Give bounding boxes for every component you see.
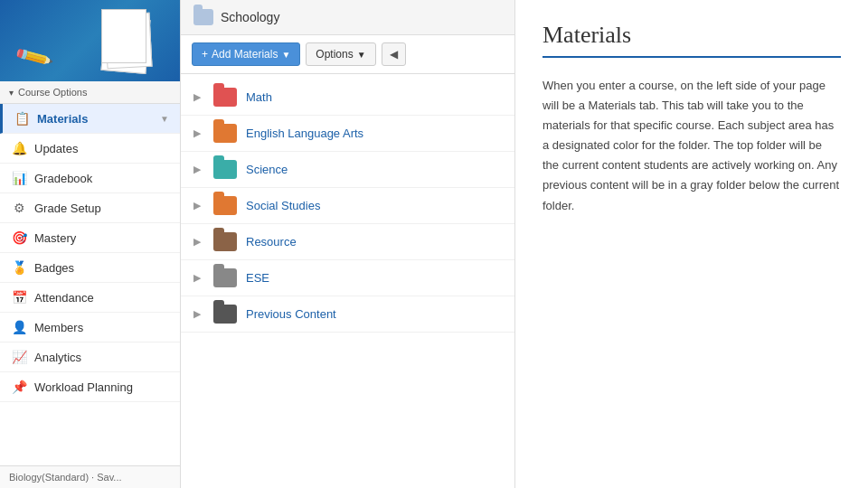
sidebar-item-label: Badges (34, 261, 74, 275)
materials-icon: 📋 (14, 110, 30, 127)
workload-icon: 📌 (11, 379, 27, 395)
chevron-icon: ▶ (193, 127, 204, 139)
sidebar-item-label: Analytics (34, 351, 81, 364)
sidebar-item-label: Materials (37, 112, 88, 126)
schoology-header: Schoology (181, 0, 514, 35)
sidebar-item-label: Members (34, 321, 83, 334)
right-panel: Materials When you enter a course, on th… (515, 0, 868, 488)
sidebar-item-label: Workload Planning (34, 380, 133, 394)
sidebar-item-badges[interactable]: 🏅 Badges (0, 253, 180, 283)
ese-folder-icon (213, 268, 237, 287)
chevron-icon: ▶ (193, 164, 204, 175)
back-icon: ◀ (390, 48, 398, 61)
options-label: Options (316, 48, 353, 61)
sidebar-item-analytics[interactable]: 📈 Analytics (0, 343, 180, 372)
paper-decoration (101, 9, 146, 63)
folder-item-ela[interactable]: ▶ English Language Arts (181, 116, 514, 152)
schoology-title: Schoology (221, 10, 279, 24)
folder-item-previous-content[interactable]: ▶ Previous Content (181, 296, 514, 333)
description-text: When you enter a course, on the left sid… (542, 76, 841, 216)
chevron-icon: ▶ (193, 200, 204, 211)
sidebar-item-attendance[interactable]: 📅 Attendance (0, 283, 180, 313)
sidebar-item-label: Mastery (34, 231, 76, 245)
sidebar-item-updates[interactable]: 🔔 Updates (0, 134, 180, 164)
folder-name: ESE (246, 271, 269, 285)
resource-folder-icon (213, 232, 237, 251)
options-dropdown-icon: ▼ (357, 50, 366, 60)
folder-name: Resource (246, 235, 297, 249)
updates-icon: 🔔 (11, 140, 27, 156)
nav-list: 📋 Materials ▼ 🔔 Updates 📊 Gradebook ⚙ Gr… (0, 104, 180, 465)
arrow-icon: ▾ (9, 88, 14, 98)
sidebar-item-workload-planning[interactable]: 📌 Workload Planning (0, 372, 180, 402)
chevron-icon: ▶ (193, 236, 204, 248)
members-icon: 👤 (11, 319, 27, 335)
folder-item-math[interactable]: ▶ Math (181, 80, 514, 116)
badges-icon: 🏅 (11, 259, 27, 276)
page-title: Materials (542, 22, 841, 58)
analytics-icon: 📈 (11, 349, 27, 365)
course-options-toggle[interactable]: ▾ Course Options (0, 81, 180, 104)
gradebook-icon: 📊 (11, 170, 27, 186)
options-button[interactable]: Options ▼ (306, 42, 375, 66)
add-materials-button[interactable]: + Add Materials ▼ (192, 42, 300, 66)
sidebar-item-label: Gradebook (34, 172, 92, 185)
bottom-bar-text: Biology(Standard) · Sav... (9, 472, 122, 483)
bottom-bar: Biology(Standard) · Sav... (0, 465, 180, 488)
plus-icon: + (202, 48, 208, 61)
math-folder-icon (213, 88, 237, 107)
sidebar-item-grade-setup[interactable]: ⚙ Grade Setup (0, 193, 180, 223)
sidebar-item-members[interactable]: 👤 Members (0, 313, 180, 343)
sidebar-item-label: Updates (34, 142, 78, 155)
folder-item-ese[interactable]: ▶ ESE (181, 260, 514, 296)
add-materials-label: Add Materials (212, 48, 278, 61)
folder-name: Social Studies (246, 199, 320, 212)
ela-folder-icon (213, 124, 237, 143)
folder-item-resource[interactable]: ▶ Resource (181, 224, 514, 260)
back-button[interactable]: ◀ (382, 42, 406, 66)
mastery-icon: 🎯 (11, 230, 27, 246)
attendance-icon: 📅 (11, 289, 27, 305)
sidebar-item-gradebook[interactable]: 📊 Gradebook (0, 164, 180, 193)
sidebar-item-materials[interactable]: 📋 Materials ▼ (0, 104, 180, 134)
chevron-icon: ▶ (193, 272, 204, 284)
social-studies-folder-icon (213, 196, 237, 215)
course-options-label: Course Options (18, 87, 87, 98)
schoology-folder-icon (193, 9, 213, 25)
chevron-icon: ▶ (193, 91, 204, 103)
folder-item-science[interactable]: ▶ Science (181, 152, 514, 188)
pencil-icon: ✏️ (13, 36, 55, 78)
sidebar-item-mastery[interactable]: 🎯 Mastery (0, 223, 180, 253)
sidebar-item-label: Grade Setup (34, 202, 101, 215)
hero-banner: ✏️ (0, 0, 180, 81)
previous-content-folder-icon (213, 305, 237, 324)
toolbar: + Add Materials ▼ Options ▼ ◀ (181, 35, 514, 74)
folder-name: Previous Content (246, 307, 336, 321)
folder-list: ▶ Math ▶ English Language Arts ▶ Science… (181, 74, 514, 488)
paper-stack (99, 9, 153, 72)
folder-name: Math (246, 90, 272, 104)
folder-name: English Language Arts (246, 127, 363, 140)
science-folder-icon (213, 160, 237, 179)
folder-item-social-studies[interactable]: ▶ Social Studies (181, 188, 514, 224)
sidebar-item-label: Attendance (34, 291, 94, 305)
middle-panel: Schoology + Add Materials ▼ Options ▼ ◀ … (181, 0, 515, 488)
chevron-icon: ▶ (193, 308, 204, 320)
grade-setup-icon: ⚙ (11, 200, 27, 216)
folder-name: Science (246, 163, 288, 176)
left-sidebar: ✏️ ▾ Course Options 📋 Materials ▼ 🔔 Upda… (0, 0, 181, 488)
chevron-icon: ▼ (160, 114, 169, 124)
dropdown-arrow-icon: ▼ (281, 50, 290, 60)
